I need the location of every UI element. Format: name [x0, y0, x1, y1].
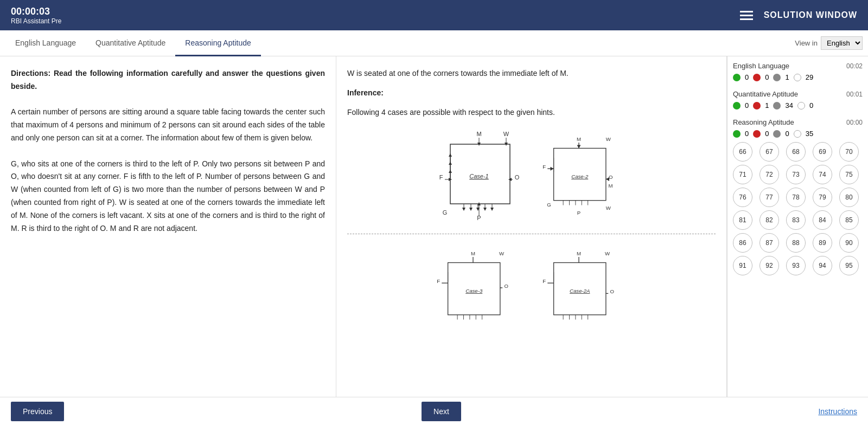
svg-text:Case-2: Case-2 — [571, 173, 589, 179]
question-button-70[interactable]: 70 — [839, 142, 859, 162]
sidebar-section-quant: Quantitative Aptitude 00:01 0 1 34 0 — [733, 90, 863, 110]
main-content: Directions: Read the following informati… — [0, 56, 868, 397]
question-button-85[interactable]: 85 — [839, 210, 859, 230]
dot-empty-english — [794, 74, 801, 81]
question-button-86[interactable]: 86 — [733, 233, 752, 253]
question-button-68[interactable]: 68 — [786, 142, 806, 162]
hamburger-icon[interactable] — [740, 11, 753, 20]
svg-text:M: M — [470, 251, 475, 257]
header-left: 00:00:03 RBI Assistant Pre — [11, 6, 61, 25]
inference-text: Following 4 cases are possible with resp… — [347, 106, 716, 119]
question-button-75[interactable]: 75 — [839, 165, 859, 184]
dot-red-reasoning — [753, 130, 761, 138]
tab-reasoning-aptitude[interactable]: Reasoning Aptitude — [175, 31, 260, 56]
count-gray-english: 1 — [785, 73, 789, 81]
dot-gray-english — [773, 74, 781, 81]
question-button-81[interactable]: 81 — [733, 210, 752, 230]
question-button-93[interactable]: 93 — [786, 256, 806, 275]
svg-text:P: P — [577, 210, 580, 216]
solution-window-label: SOLUTION WINDOW — [764, 10, 857, 20]
count-red-english: 0 — [765, 73, 769, 81]
intro-text: W is seated at one of the corners toward… — [347, 67, 716, 80]
svg-text:W: W — [605, 137, 611, 143]
count-empty-quant: 0 — [809, 101, 813, 110]
question-button-92[interactable]: 92 — [760, 256, 779, 275]
question-button-69[interactable]: 69 — [813, 142, 832, 162]
count-empty-reasoning: 35 — [806, 130, 813, 138]
tab-quantitative-aptitude[interactable]: Quantitative Aptitude — [86, 31, 175, 56]
question-button-71[interactable]: 71 — [733, 165, 752, 184]
svg-text:G: G — [547, 202, 551, 208]
case-3-diagram: Case-3 M W F O — [431, 240, 526, 343]
svg-text:W: W — [604, 251, 610, 257]
previous-button[interactable]: Previous — [11, 402, 64, 421]
question-button-77[interactable]: 77 — [760, 188, 779, 207]
tabs-bar: English Language Quantitative Aptitude R… — [0, 30, 868, 56]
question-button-67[interactable]: 67 — [760, 142, 779, 162]
svg-marker-31 — [550, 167, 553, 171]
svg-text:Case-3: Case-3 — [465, 288, 483, 294]
question-button-87[interactable]: 87 — [760, 233, 779, 253]
question-button-80[interactable]: 80 — [839, 188, 859, 207]
svg-marker-27 — [577, 145, 580, 149]
inference-label: Inference: — [347, 87, 716, 100]
question-button-76[interactable]: 76 — [733, 188, 752, 207]
question-button-83[interactable]: 83 — [786, 210, 806, 230]
next-button[interactable]: Next — [422, 402, 461, 421]
question-button-74[interactable]: 74 — [813, 165, 832, 184]
dot-green-reasoning — [733, 130, 741, 138]
question-button-94[interactable]: 94 — [813, 256, 832, 275]
case-1-diagram: Case-1 M W F O — [431, 125, 526, 228]
question-button-95[interactable]: 95 — [839, 256, 859, 275]
status-row-english: 0 0 1 29 — [733, 73, 863, 81]
question-button-84[interactable]: 84 — [813, 210, 832, 230]
tab-english-language[interactable]: English Language — [5, 31, 86, 56]
diagram-row-2: Case-3 M W F O — [347, 240, 716, 343]
count-gray-reasoning: 0 — [785, 130, 789, 138]
question-grid: 6667686970717273747576777879808182838485… — [733, 142, 863, 275]
svg-text:M: M — [576, 251, 580, 257]
diagram-divider — [347, 234, 716, 234]
svg-text:M: M — [476, 131, 481, 137]
bottom-bar: Previous Next Instructions — [0, 397, 868, 425]
dot-red-quant — [753, 102, 761, 110]
svg-text:W: W — [605, 205, 611, 211]
sidebar-section-title-english: English Language — [733, 62, 789, 70]
case-2-diagram: Case-2 M W F O — [537, 125, 632, 228]
question-button-88[interactable]: 88 — [786, 233, 806, 253]
dot-green-quant — [733, 102, 741, 110]
instructions-button[interactable]: Instructions — [818, 407, 857, 416]
question-panel: Directions: Read the following informati… — [0, 56, 336, 397]
diagram-row-1: Case-1 M W F O — [347, 125, 716, 228]
exam-name: RBI Assistant Pre — [11, 17, 61, 25]
svg-text:F: F — [542, 164, 546, 170]
dot-empty-quant — [797, 102, 805, 110]
svg-text:F: F — [437, 279, 440, 285]
svg-text:O: O — [514, 174, 519, 181]
count-green-reasoning: 0 — [745, 130, 749, 138]
timer: 00:00:03 — [11, 6, 61, 17]
question-button-73[interactable]: 73 — [786, 165, 806, 184]
sidebar-section-title-quant: Quantitative Aptitude — [733, 90, 798, 98]
directions-bold: Directions: Read the following informati… — [11, 69, 325, 91]
question-button-89[interactable]: 89 — [813, 233, 832, 253]
cases-diagram: Case-1 M W F O — [347, 125, 716, 343]
question-button-90[interactable]: 90 — [839, 233, 859, 253]
content-area: Directions: Read the following informati… — [0, 56, 727, 397]
question-button-82[interactable]: 82 — [760, 210, 779, 230]
sidebar-section-reasoning: Reasoning Aptitude 00:00 0 0 0 35 666768… — [733, 118, 863, 275]
sidebar-section-header-english: English Language 00:02 — [733, 62, 863, 70]
count-gray-quant: 34 — [785, 101, 793, 110]
solution-panel: W is seated at one of the corners toward… — [336, 56, 727, 397]
question-button-66[interactable]: 66 — [733, 142, 752, 162]
question-button-79[interactable]: 79 — [813, 188, 832, 207]
sidebar-section-english: English Language 00:02 0 0 1 29 — [733, 62, 863, 81]
question-button-78[interactable]: 78 — [786, 188, 806, 207]
svg-text:M: M — [576, 137, 580, 143]
question-button-91[interactable]: 91 — [733, 256, 752, 275]
question-button-72[interactable]: 72 — [760, 165, 779, 184]
header: 00:00:03 RBI Assistant Pre SOLUTION WIND… — [0, 0, 868, 30]
count-red-reasoning: 0 — [765, 130, 769, 138]
svg-text:O: O — [608, 175, 612, 181]
language-select[interactable]: English — [821, 36, 863, 50]
